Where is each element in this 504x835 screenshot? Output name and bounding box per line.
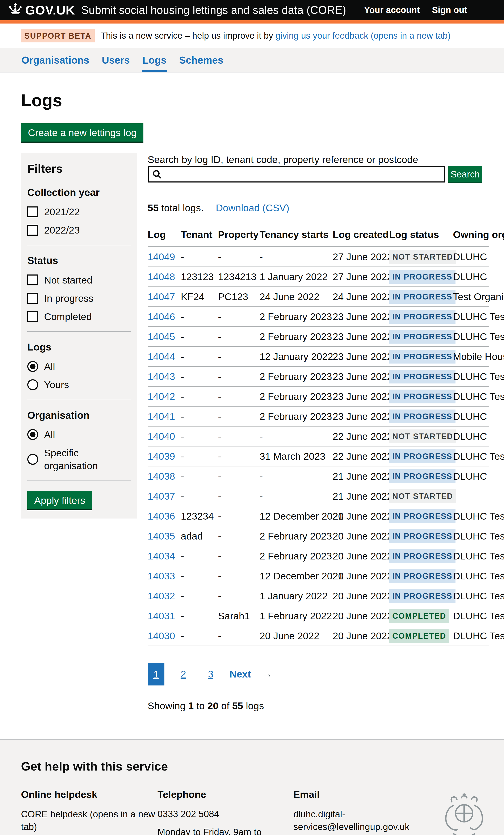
logs-option[interactable]: Yours	[27, 378, 131, 391]
feedback-link[interactable]: giving us your feedback (opens in a new …	[276, 30, 451, 41]
nav-link[interactable]: Schemes	[179, 48, 224, 72]
page-number-link[interactable]: 3	[202, 663, 219, 686]
cell-log-created: 20 June 2022	[332, 570, 389, 582]
log-id-link[interactable]: 14033	[148, 570, 175, 582]
option-label: Specific organisation	[44, 447, 131, 472]
cell-tenant: -	[181, 390, 218, 403]
nav-link[interactable]: Logs	[142, 48, 167, 72]
govuk-home-link[interactable]: GOV.UK	[8, 2, 75, 19]
log-id-link[interactable]: 14040	[148, 431, 175, 442]
log-id-link[interactable]: 14034	[148, 550, 175, 562]
page-number-link[interactable]: 1	[148, 663, 164, 686]
cell-tenant: -	[181, 629, 218, 642]
cell-property: -	[218, 370, 260, 383]
email-title: Email	[294, 788, 426, 801]
status-option[interactable]: Not started	[27, 273, 131, 286]
core-helpdesk-link[interactable]: CORE helpdesk (opens in a new tab)	[21, 809, 155, 832]
col-header-log: Log	[148, 228, 181, 241]
log-id-link[interactable]: 14032	[148, 590, 175, 602]
cell-owning-organisation: DLUHC	[453, 270, 495, 283]
cell-tenant: -	[181, 250, 218, 263]
checkbox[interactable]	[27, 293, 38, 304]
radio-button[interactable]	[27, 429, 38, 440]
cell-log-created: 23 June 2022	[332, 370, 389, 383]
cell-property: -	[218, 390, 260, 403]
status-option[interactable]: In progress	[27, 292, 131, 305]
option-label: All	[44, 360, 55, 373]
cell-tenant: -	[181, 550, 218, 563]
status-option[interactable]: Completed	[27, 310, 131, 323]
checkbox[interactable]	[27, 225, 38, 236]
search-input[interactable]	[148, 166, 445, 183]
organisation-option[interactable]: All	[27, 428, 131, 441]
sign-out-link[interactable]: Sign out	[432, 4, 467, 16]
cell-log-created: 23 June 2022	[332, 330, 389, 343]
filters-panel: Filters Collection year 2021/22 2022/23 …	[21, 153, 137, 518]
search-button[interactable]: Search	[448, 166, 482, 183]
log-id-link[interactable]: 14038	[148, 471, 175, 482]
cell-property: 1234213	[218, 270, 260, 283]
cell-tenant: adad	[181, 530, 218, 543]
log-id-link[interactable]: 14037	[148, 491, 175, 502]
cell-owning-organisation: DLUHC Test	[453, 570, 495, 582]
log-id-link[interactable]: 14031	[148, 610, 175, 622]
cell-log-created: 20 June 2022	[332, 629, 389, 642]
create-lettings-log-button[interactable]: Create a new lettings log	[21, 123, 143, 142]
checkbox[interactable]	[27, 206, 38, 217]
option-label: Completed	[44, 310, 92, 323]
service-name-link[interactable]: Submit social housing lettings and sales…	[81, 3, 346, 17]
table-row: 14045 - - 2 February 2023 23 June 2022 I…	[148, 327, 489, 347]
cell-tenancy-starts: 12 December 2021	[260, 510, 332, 523]
page-number-link[interactable]: 2	[175, 663, 192, 686]
nav-item: Logs	[142, 48, 167, 72]
nav-link[interactable]: Users	[101, 48, 130, 72]
cell-owning-organisation: DLUHC Test	[453, 390, 495, 403]
log-id-link[interactable]: 14048	[148, 271, 175, 282]
log-id-link[interactable]: 14043	[148, 371, 175, 382]
log-id-link[interactable]: 14047	[148, 291, 175, 302]
collection-year-option[interactable]: 2021/22	[27, 205, 131, 218]
status-badge: IN PROGRESS	[389, 509, 456, 523]
apply-filters-button[interactable]: Apply filters	[27, 491, 92, 509]
log-id-link[interactable]: 14042	[148, 391, 175, 402]
download-csv-link[interactable]: Download (CSV)	[216, 202, 289, 213]
cell-log-created: 22 June 2022	[332, 450, 389, 463]
col-header-log-created: Log created	[332, 228, 389, 241]
collection-year-option[interactable]: 2022/23	[27, 224, 131, 237]
your-account-link[interactable]: Your account	[364, 4, 420, 16]
col-header-tenant: Tenant	[181, 228, 218, 241]
log-id-link[interactable]: 14041	[148, 411, 175, 422]
status-badge: COMPLETED	[389, 629, 449, 643]
status-badge: IN PROGRESS	[389, 569, 456, 583]
log-id-link[interactable]: 14030	[148, 630, 175, 641]
cell-tenant: -	[181, 370, 218, 383]
status-badge: NOT STARTED	[389, 489, 456, 503]
cell-owning-organisation: DLUHC Test	[453, 450, 495, 463]
log-id-link[interactable]: 14035	[148, 530, 175, 542]
log-id-link[interactable]: 14046	[148, 311, 175, 322]
option-label: In progress	[44, 292, 94, 305]
next-page-link[interactable]: Next	[229, 668, 251, 680]
log-id-link[interactable]: 14039	[148, 451, 175, 462]
status-badge: IN PROGRESS	[389, 390, 456, 403]
cell-tenant: KF24	[181, 290, 218, 303]
cell-tenancy-starts: 2 February 2023	[260, 530, 332, 543]
cell-log-created: 20 June 2022	[332, 609, 389, 622]
organisation-option[interactable]: Specific organisation	[27, 447, 131, 472]
option-label: Not started	[44, 273, 93, 286]
nav-link[interactable]: Organisations	[21, 48, 90, 72]
log-id-link[interactable]: 14036	[148, 511, 175, 522]
email-link[interactable]: dluhc.digital-services@levellingup.gov.u…	[294, 809, 409, 832]
log-id-link[interactable]: 14049	[148, 251, 175, 262]
checkbox[interactable]	[27, 274, 38, 285]
logs-option[interactable]: All	[27, 360, 131, 373]
divider	[27, 400, 131, 400]
option-label: Yours	[44, 378, 69, 391]
radio-button[interactable]	[27, 361, 38, 372]
radio-button[interactable]	[27, 379, 38, 390]
checkbox[interactable]	[27, 311, 38, 322]
log-id-link[interactable]: 14044	[148, 351, 175, 362]
radio-button[interactable]	[27, 454, 38, 465]
total-logs-line: 55 total logs.Download (CSV)	[148, 201, 489, 214]
log-id-link[interactable]: 14045	[148, 331, 175, 342]
